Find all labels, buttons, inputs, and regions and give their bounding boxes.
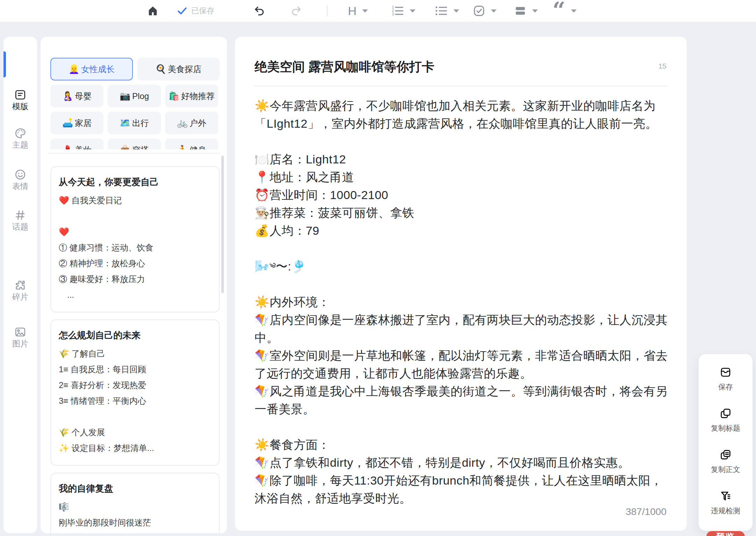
- image-icon: [3, 326, 37, 338]
- body-line: 🪁室外空间则是一片草地和帐篷，配以油灯等元素，非常适合晒晒太阳，省去了远行的交通…: [255, 347, 669, 382]
- redo-icon: [290, 5, 302, 17]
- quote-icon: “: [552, 5, 565, 17]
- title-divider: [254, 86, 668, 86]
- body-line: [255, 275, 669, 293]
- rail-item[interactable]: 主题: [3, 127, 37, 150]
- category-chip[interactable]: 📷 Plog: [108, 85, 161, 107]
- template-card-line: 🎼: [59, 499, 211, 515]
- category-chip[interactable]: 🍳 美食探店: [137, 58, 220, 80]
- category-chip[interactable]: 🛋️ 家居: [50, 112, 104, 134]
- chevron-down-icon: [491, 9, 497, 13]
- home-icon: [147, 5, 159, 17]
- bullet-list-icon: [435, 5, 448, 17]
- body-line: 🪁点了拿铁和dirty，都还不错，特别是dirty，不仅好喝而且价格实惠。: [255, 454, 669, 472]
- action-button-label: 违规检测: [711, 506, 740, 516]
- template-card-lines: ❤️ 自我关爱日记 ❤️ ① 健康习惯：运动、饮食 ② 精神护理：放松身心 ③ …: [59, 192, 211, 303]
- topic-icon: [3, 209, 37, 221]
- check-violation-icon: [719, 490, 732, 502]
- body-line: 👨🏼‍🍳推荐菜：菠菜可丽饼、拿铁: [255, 204, 669, 222]
- home-button[interactable]: [147, 0, 159, 22]
- action-buttons: 保存 复制标题 复制正文 违规检测: [711, 366, 740, 531]
- bullet-list-dropdown[interactable]: [435, 0, 459, 22]
- ordered-list-icon: 123: [391, 5, 404, 17]
- chevron-down-icon: [454, 9, 459, 13]
- body-line: ☀️今年露营风盛行，不少咖啡馆也加入相关元素。这家新开业的咖啡店名为「LIght…: [255, 97, 669, 133]
- copy-title-icon: [719, 407, 732, 420]
- chip-label: 出行: [132, 118, 149, 129]
- note-editor: 绝美空间 露营风咖啡馆等你打卡 15 ☀️今年露营风盛行，不少咖啡馆也加入相关元…: [235, 37, 687, 531]
- template-card[interactable]: 我的自律复盘 🎼 刚毕业的那段时间很迷茫: [50, 473, 220, 533]
- template-icon: [3, 89, 37, 101]
- redo-button[interactable]: [290, 0, 302, 22]
- chip-emoji-icon: 🛋️: [62, 118, 73, 128]
- chip-emoji-icon: 🏃: [177, 145, 188, 149]
- template-card[interactable]: 怎么规划自己的未来 🌾 了解自己 1≡ 自我反思：每日回顾 2≡ 喜好分析：发现…: [50, 319, 220, 466]
- category-chip[interactable]: 🤱 母婴: [50, 85, 104, 107]
- chip-emoji-icon: 🍳: [155, 64, 166, 74]
- copy-body-icon: [719, 449, 732, 461]
- body-line: [255, 133, 669, 150]
- body-line: 📍地址：风之甬道: [255, 168, 669, 186]
- chip-emoji-icon: 🚲: [177, 118, 188, 128]
- template-card-line: ...: [59, 287, 211, 303]
- rail-item[interactable]: 碎片: [3, 279, 37, 302]
- category-chip[interactable]: 🏃 健身: [165, 139, 218, 149]
- ordered-list-dropdown[interactable]: 123: [391, 0, 415, 22]
- top-toolbar: 已保存 H 123 “: [0, 0, 756, 22]
- rail-item[interactable]: 话题: [3, 209, 37, 232]
- note-body-input[interactable]: ☀️今年露营风盛行，不少咖啡馆也加入相关元素。这家新开业的咖啡店名为「LIght…: [255, 97, 669, 507]
- template-card-line: 🌾 个人发展: [59, 424, 211, 440]
- checkbox-icon: [473, 5, 485, 17]
- category-chips-area: 👱‍♀️ 女性成长 🍳 美食探店 🤱 母婴 📷 Plog 🛍️ 好物推荐 🛋️ …: [50, 58, 220, 149]
- body-line: 🪁店内空间像是一座森林搬进了室内，配有两块巨大的动态投影，让人沉浸其中。: [255, 311, 669, 347]
- template-card-line: 🌾 了解自己: [59, 346, 211, 361]
- rail-item[interactable]: 表情: [3, 168, 37, 192]
- template-card-lines: 🎼 刚毕业的那段时间很迷茫: [59, 499, 211, 530]
- category-chip[interactable]: 🗺️ 出行: [108, 112, 161, 134]
- paragraph-style-dropdown[interactable]: [514, 0, 538, 22]
- chevron-down-icon: [571, 9, 577, 13]
- undo-button[interactable]: [254, 0, 265, 22]
- action-button[interactable]: 保存: [718, 366, 733, 392]
- category-chip[interactable]: 🛍️ 好物推荐: [165, 85, 218, 107]
- category-chip[interactable]: 👱‍♀️ 女性成长: [50, 58, 133, 80]
- checkbox-dropdown[interactable]: [473, 0, 497, 22]
- action-panel: 保存 复制标题 复制正文 违规检测 预览: [699, 354, 753, 531]
- heading-dropdown[interactable]: H: [348, 0, 368, 22]
- theme-icon: [3, 127, 37, 140]
- rail-item[interactable]: 模版: [3, 89, 37, 112]
- chip-label: 穿搭: [132, 144, 149, 150]
- chip-label: 美妆: [75, 144, 92, 150]
- template-card-line: ① 健康习惯：运动、饮食: [59, 240, 211, 255]
- template-cards: 从今天起，你要更爱自己 ❤️ 自我关爱日记 ❤️ ① 健康习惯：运动、饮食 ② …: [50, 166, 220, 533]
- saved-status: 已保存: [177, 0, 214, 22]
- template-card-title: 怎么规划自己的未来: [59, 329, 211, 341]
- title-char-count: 15: [658, 62, 666, 70]
- note-title-input[interactable]: 绝美空间 露营风咖啡馆等你打卡: [255, 58, 639, 76]
- toolbar-divider: [327, 5, 328, 16]
- quote-dropdown[interactable]: “: [552, 0, 577, 22]
- rail-item-label: 模版: [12, 102, 28, 111]
- rail-item[interactable]: 图片: [3, 326, 37, 349]
- chevron-down-icon: [410, 9, 415, 13]
- preview-button[interactable]: 预览: [706, 531, 745, 536]
- template-card-line: ② 精神护理：放松身心: [59, 255, 211, 271]
- action-button[interactable]: 复制标题: [711, 407, 740, 433]
- template-card[interactable]: 从今天起，你要更爱自己 ❤️ 自我关爱日记 ❤️ ① 健康习惯：运动、饮食 ② …: [50, 166, 220, 312]
- category-chip[interactable]: 💄 美妆: [50, 139, 104, 149]
- category-chip[interactable]: 👜 穿搭: [108, 139, 161, 149]
- left-nav-rail: 模版 主题 表情 话题 碎片 图片: [3, 37, 37, 533]
- check-icon: [177, 5, 188, 16]
- category-chip[interactable]: 🚲 户外: [165, 112, 218, 134]
- template-card-line: 1≡ 自我反思：每日回顾: [59, 361, 211, 377]
- undo-icon: [254, 5, 265, 17]
- chip-label: 母婴: [75, 91, 92, 102]
- template-card-line: ③ 趣味爱好：释放压力: [59, 271, 211, 287]
- scrollbar[interactable]: [221, 156, 224, 293]
- body-line: ⏰营业时间：1000-2100: [255, 186, 669, 204]
- action-button[interactable]: 违规检测: [711, 490, 740, 516]
- action-button[interactable]: 复制正文: [711, 449, 740, 474]
- body-line: 💰人均：79: [255, 222, 669, 240]
- chip-emoji-icon: 🗺️: [120, 118, 130, 128]
- fragment-icon: [3, 279, 37, 291]
